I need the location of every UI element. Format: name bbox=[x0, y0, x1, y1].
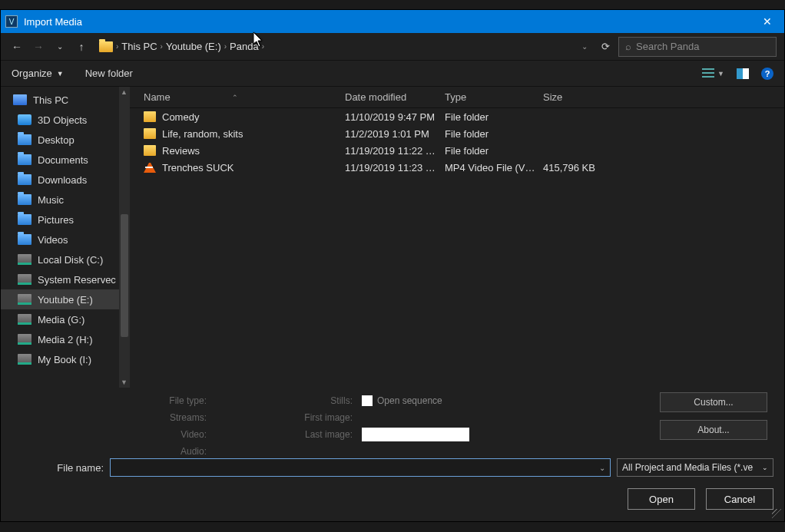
file-type: File folder bbox=[445, 145, 543, 157]
chevron-right-icon: › bbox=[161, 42, 163, 51]
folder-icon bbox=[144, 128, 156, 139]
search-icon: ⌕ bbox=[625, 41, 631, 52]
disk-icon bbox=[18, 354, 31, 365]
sidebar-item[interactable]: Local Disk (C:) bbox=[1, 249, 130, 269]
sidebar-item-label: My Book (I:) bbox=[38, 354, 91, 365]
metadata-panel: File type: Streams: Video: Audio: Stills… bbox=[1, 388, 784, 445]
recent-dropdown[interactable]: ⌄ bbox=[51, 38, 68, 55]
file-row[interactable]: Reviews11/19/2019 11:22 …File folder bbox=[130, 142, 784, 159]
disk-icon bbox=[18, 274, 31, 285]
breadcrumb[interactable]: Panda bbox=[230, 41, 259, 52]
refresh-button[interactable]: ⟳ bbox=[597, 41, 614, 52]
folder-icon bbox=[144, 145, 156, 156]
sidebar-item[interactable]: Downloads bbox=[1, 170, 130, 190]
sidebar-item-label: System Reservec bbox=[38, 274, 116, 286]
file-name-input[interactable]: ⌄ bbox=[110, 458, 611, 477]
meta-file-type-label: File type: bbox=[116, 395, 216, 406]
forward-button[interactable]: → bbox=[30, 38, 47, 55]
file-row[interactable]: Trenches SUCK11/19/2019 11:23 …MP4 Video… bbox=[130, 159, 784, 176]
file-date: 11/10/2019 9:47 PM bbox=[345, 111, 445, 123]
app-icon: V bbox=[5, 15, 18, 28]
column-headers[interactable]: Name⌃ Date modified Type Size bbox=[130, 87, 784, 108]
meta-first-image-label: First image: bbox=[293, 412, 362, 423]
scrollbar-thumb[interactable] bbox=[121, 214, 128, 337]
nav-sidebar: This PC3D ObjectsDesktopDocumentsDownloa… bbox=[1, 87, 130, 388]
sidebar-item-label: This PC bbox=[33, 94, 68, 106]
sidebar-item-label: Videos bbox=[38, 234, 68, 246]
file-row[interactable]: Life, random, skits11/2/2019 1:01 PMFile… bbox=[130, 125, 784, 142]
file-date: 11/19/2019 11:23 … bbox=[345, 162, 445, 173]
last-image-field[interactable] bbox=[362, 428, 469, 441]
col-name[interactable]: Name bbox=[144, 91, 171, 103]
back-button[interactable]: ← bbox=[8, 38, 25, 55]
nav-bar: ← → ⌄ ↑ › This PC › Youtube (E:) › Panda… bbox=[1, 33, 784, 61]
obj-icon bbox=[18, 114, 31, 125]
col-type[interactable]: Type bbox=[445, 91, 543, 103]
sidebar-item[interactable]: Documents bbox=[1, 150, 130, 170]
sidebar-item[interactable]: Music bbox=[1, 190, 130, 210]
sidebar-item[interactable]: Youtube (E:) bbox=[1, 289, 130, 309]
close-button[interactable]: ✕ bbox=[757, 12, 778, 31]
file-type: File folder bbox=[445, 111, 543, 123]
file-name: Comedy bbox=[162, 111, 199, 123]
breadcrumb[interactable]: This PC bbox=[121, 41, 157, 52]
list-view-icon bbox=[702, 68, 714, 79]
folder-blue-icon bbox=[18, 234, 31, 245]
sidebar-item[interactable]: 3D Objects bbox=[1, 110, 130, 130]
sidebar-item[interactable]: Pictures bbox=[1, 210, 130, 230]
sidebar-item[interactable]: Desktop bbox=[1, 130, 130, 150]
open-button[interactable]: Open bbox=[628, 488, 695, 510]
folder-icon bbox=[99, 41, 113, 52]
sidebar-item[interactable]: Videos bbox=[1, 230, 130, 249]
search-input[interactable]: ⌕ Search Panda bbox=[618, 37, 777, 57]
filename-dropdown-icon[interactable]: ⌄ bbox=[599, 464, 605, 472]
meta-stills-label: Stills: bbox=[293, 395, 362, 406]
folder-blue-icon bbox=[18, 214, 31, 225]
disk-icon bbox=[18, 254, 31, 265]
toolbar: Organize▼ New folder ▼ ? bbox=[1, 61, 784, 87]
file-list: Name⌃ Date modified Type Size Comedy11/1… bbox=[130, 87, 784, 388]
open-sequence-checkbox[interactable] bbox=[362, 395, 373, 406]
sidebar-scrollbar[interactable] bbox=[119, 87, 130, 388]
resize-grip[interactable] bbox=[772, 509, 781, 518]
view-options[interactable]: ▼ bbox=[702, 68, 724, 79]
meta-video-label: Video: bbox=[116, 429, 216, 440]
file-name-label: File name: bbox=[12, 462, 104, 474]
pc-icon bbox=[13, 94, 27, 105]
new-folder-button[interactable]: New folder bbox=[85, 68, 133, 79]
folder-blue-icon bbox=[18, 174, 31, 185]
sidebar-item-label: Documents bbox=[38, 154, 88, 166]
window-title: Import Media bbox=[24, 16, 82, 28]
file-name: Life, random, skits bbox=[162, 128, 243, 140]
sidebar-item[interactable]: My Book (I:) bbox=[1, 349, 130, 369]
breadcrumb[interactable]: Youtube (E:) bbox=[166, 41, 221, 52]
cancel-button[interactable]: Cancel bbox=[706, 488, 773, 510]
disk-icon bbox=[18, 314, 31, 325]
file-type: MP4 Video File (V… bbox=[445, 162, 543, 173]
file-row[interactable]: Comedy11/10/2019 9:47 PMFile folder bbox=[130, 108, 784, 125]
search-placeholder: Search Panda bbox=[636, 41, 699, 52]
address-bar[interactable]: › This PC › Youtube (E:) › Panda › ⌄ bbox=[94, 37, 592, 57]
sidebar-item[interactable]: System Reservec bbox=[1, 269, 130, 289]
sidebar-item[interactable]: Media 2 (H:) bbox=[1, 329, 130, 349]
chevron-right-icon: › bbox=[224, 42, 227, 51]
address-dropdown[interactable]: ⌄ bbox=[581, 42, 588, 51]
disk-icon bbox=[18, 294, 31, 305]
import-media-dialog: V Import Media ✕ ← → ⌄ ↑ › This PC › You… bbox=[0, 9, 785, 522]
up-button[interactable]: ↑ bbox=[73, 38, 90, 55]
col-date[interactable]: Date modified bbox=[345, 91, 445, 103]
sidebar-item-label: Music bbox=[38, 194, 64, 206]
meta-audio-label: Audio: bbox=[116, 446, 216, 457]
preview-pane-toggle[interactable] bbox=[737, 68, 749, 79]
sidebar-item[interactable]: Media (G:) bbox=[1, 309, 130, 329]
organize-menu[interactable]: Organize▼ bbox=[12, 68, 64, 79]
help-button[interactable]: ? bbox=[761, 68, 773, 80]
sidebar-item-label: Media (G:) bbox=[38, 314, 84, 325]
custom-button[interactable]: Custom... bbox=[660, 392, 767, 412]
about-button[interactable]: About... bbox=[660, 420, 767, 440]
sort-asc-icon: ⌃ bbox=[232, 94, 238, 101]
col-size[interactable]: Size bbox=[543, 91, 635, 103]
folder-blue-icon bbox=[18, 194, 31, 205]
file-type-filter[interactable]: All Project and Media Files (*.ve⌄ bbox=[617, 458, 773, 477]
sidebar-item[interactable]: This PC bbox=[1, 90, 130, 110]
